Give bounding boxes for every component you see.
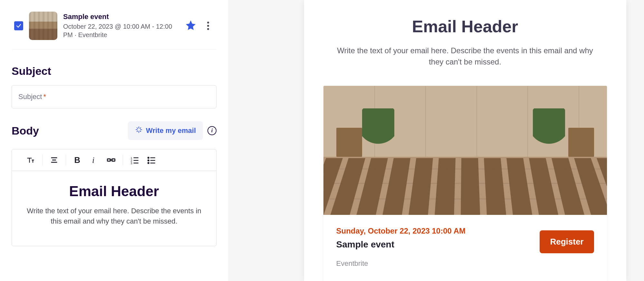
- subject-input[interactable]: Subject *: [12, 85, 216, 108]
- link-icon[interactable]: [107, 156, 116, 165]
- body-editor: B i 123 Email Header Write: [12, 149, 216, 246]
- ordered-list-icon[interactable]: 123: [130, 156, 139, 165]
- subject-section-label: Subject: [12, 65, 216, 77]
- svg-point-14: [148, 157, 149, 158]
- register-button[interactable]: Register: [540, 230, 594, 253]
- email-preview: Email Header Write the text of your emai…: [304, 0, 626, 281]
- svg-text:3: 3: [130, 162, 132, 165]
- event-checkbox[interactable]: [14, 21, 23, 30]
- sparkle-icon: [135, 126, 143, 135]
- event-card: Sunday, October 22, 2023 10:00 AM Sample…: [323, 86, 607, 281]
- write-my-email-button[interactable]: Write my email: [128, 121, 203, 140]
- editor-body-text: Write the text of your email here. Descr…: [24, 206, 205, 226]
- italic-icon[interactable]: i: [90, 156, 99, 165]
- text-size-icon[interactable]: [26, 156, 35, 165]
- editor-toolbar: B i 123: [12, 149, 216, 171]
- svg-point-15: [148, 160, 149, 161]
- align-icon[interactable]: [50, 156, 59, 165]
- subject-placeholder: Subject: [18, 93, 42, 101]
- kebab-menu-icon[interactable]: [202, 20, 214, 31]
- event-name: Sample event: [336, 239, 466, 250]
- event-hero-image: [323, 86, 607, 215]
- bold-icon[interactable]: B: [73, 156, 82, 165]
- svg-text:B: B: [74, 156, 81, 165]
- svg-point-16: [148, 163, 149, 164]
- editor-header-text: Email Header: [24, 183, 205, 199]
- bullet-list-icon[interactable]: [147, 156, 156, 165]
- preview-lede: Write the text of your email here. Descr…: [330, 45, 601, 68]
- event-subtitle: October 22, 2023 @ 10:00 AM - 12:00 PM ·…: [63, 22, 179, 39]
- star-icon[interactable]: [185, 19, 197, 32]
- preview-header: Email Header: [323, 17, 607, 36]
- event-source: Eventbrite: [336, 259, 466, 268]
- event-datetime: Sunday, October 22, 2023 10:00 AM: [336, 226, 466, 236]
- editor-content[interactable]: Email Header Write the text of your emai…: [12, 171, 216, 246]
- info-icon[interactable]: i: [207, 126, 216, 135]
- body-section-label: Body: [12, 125, 39, 137]
- svg-text:i: i: [92, 156, 94, 165]
- event-thumbnail: [29, 12, 57, 40]
- write-my-email-label: Write my email: [146, 126, 196, 135]
- event-list-item[interactable]: Sample event October 22, 2023 @ 10:00 AM…: [12, 3, 216, 49]
- required-mark: *: [43, 93, 46, 101]
- event-title: Sample event: [63, 13, 179, 21]
